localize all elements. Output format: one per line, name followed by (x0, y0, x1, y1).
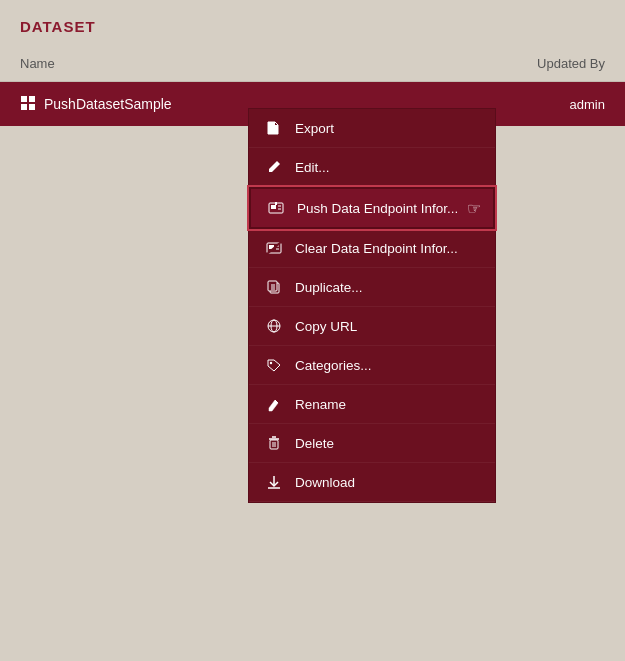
svg-rect-1 (29, 96, 35, 102)
delete-label: Delete (295, 436, 334, 451)
edit-icon (265, 158, 283, 176)
menu-item-categories[interactable]: Categories... (249, 346, 495, 385)
menu-item-clear-data[interactable]: Clear Data Endpoint Infor... (249, 229, 495, 268)
context-menu: Export Edit... Push Data Endpoint Infor.… (248, 108, 496, 503)
cursor-icon: ☞ (467, 199, 481, 218)
download-label: Download (295, 475, 355, 490)
svg-rect-3 (29, 104, 35, 110)
download-icon (265, 473, 283, 491)
menu-item-export[interactable]: Export (249, 109, 495, 148)
row-updated-by: admin (485, 97, 605, 112)
export-label: Export (295, 121, 334, 136)
copy-url-label: Copy URL (295, 319, 357, 334)
row-name-text: PushDatasetSample (44, 96, 172, 112)
svg-rect-28 (270, 440, 278, 449)
delete-icon (265, 434, 283, 452)
rename-label: Rename (295, 397, 346, 412)
svg-marker-12 (275, 202, 277, 205)
table-header: Name Updated By (0, 46, 625, 82)
menu-item-edit[interactable]: Edit... (249, 148, 495, 187)
export-icon (265, 119, 283, 137)
edit-label: Edit... (295, 160, 330, 175)
svg-rect-0 (21, 96, 27, 102)
push-data-icon (267, 199, 285, 217)
clear-data-icon (265, 239, 283, 257)
column-name: Name (20, 56, 485, 71)
categories-label: Categories... (295, 358, 372, 373)
copy-url-icon (265, 317, 283, 335)
menu-item-copy-url[interactable]: Copy URL (249, 307, 495, 346)
svg-rect-9 (271, 205, 276, 209)
page-title: DATASET (20, 18, 96, 35)
duplicate-icon (265, 278, 283, 296)
svg-point-26 (270, 362, 272, 364)
column-updated-by: Updated By (485, 56, 605, 71)
duplicate-label: Duplicate... (295, 280, 363, 295)
clear-data-label: Clear Data Endpoint Infor... (295, 241, 458, 256)
menu-item-download[interactable]: Download (249, 463, 495, 502)
menu-item-duplicate[interactable]: Duplicate... (249, 268, 495, 307)
rename-icon (265, 395, 283, 413)
grid-icon (20, 95, 36, 114)
menu-item-push-data[interactable]: Push Data Endpoint Infor... ☞ (249, 187, 495, 229)
menu-item-rename[interactable]: Rename (249, 385, 495, 424)
page-header: DATASET (0, 0, 625, 46)
categories-icon (265, 356, 283, 374)
menu-item-delete[interactable]: Delete (249, 424, 495, 463)
svg-rect-2 (21, 104, 27, 110)
push-data-label: Push Data Endpoint Infor... (297, 201, 458, 216)
